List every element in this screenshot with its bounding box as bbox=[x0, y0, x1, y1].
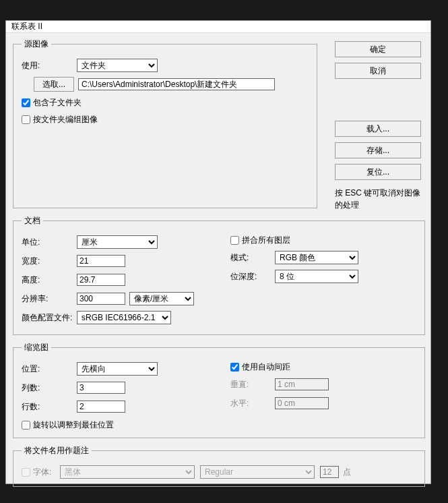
profile-label: 颜色配置文件: bbox=[22, 312, 77, 324]
rotate-input[interactable] bbox=[22, 421, 30, 430]
vertical-input bbox=[275, 378, 329, 390]
position-label: 位置: bbox=[22, 363, 77, 375]
unit-select[interactable]: 厘米 bbox=[77, 235, 158, 249]
esc-hint: 按 ESC 键可取消对图像的处理 bbox=[335, 187, 421, 211]
font-size-unit: 点 bbox=[343, 467, 351, 478]
auto-spacing-check[interactable]: 使用自动间距 bbox=[230, 361, 416, 373]
rows-input[interactable] bbox=[77, 401, 125, 413]
ok-button[interactable]: 确定 bbox=[335, 41, 421, 57]
group-by-folder-check[interactable]: 按文件夹编组图像 bbox=[22, 114, 309, 125]
cols-input[interactable] bbox=[77, 382, 125, 394]
caption-enable-input bbox=[22, 468, 30, 477]
load-button[interactable]: 载入... bbox=[335, 121, 421, 137]
resolution-input[interactable] bbox=[77, 293, 125, 305]
path-display: C:\Users\Administrator\Desktop\新建文件夹 bbox=[78, 78, 275, 90]
group-by-folder-input[interactable] bbox=[22, 115, 30, 124]
depth-select[interactable]: 8 位 bbox=[275, 270, 358, 283]
thumbnail-legend: 缩览图 bbox=[22, 342, 51, 353]
include-subfolders-input[interactable] bbox=[22, 98, 30, 107]
font-select: 黑体 bbox=[60, 465, 195, 479]
source-group: 源图像 使用: 文件夹 选取... C:\Users\Administrator… bbox=[13, 38, 317, 208]
unit-label: 单位: bbox=[22, 237, 77, 248]
resolution-unit-select[interactable]: 像素/厘米 bbox=[129, 292, 194, 305]
reset-button[interactable]: 复位... bbox=[335, 164, 421, 180]
window-title: 联系表 II bbox=[11, 21, 42, 32]
rotate-check[interactable]: 旋转以调整到最佳位置 bbox=[22, 419, 210, 431]
horizontal-input bbox=[275, 397, 329, 409]
source-legend: 源图像 bbox=[22, 38, 51, 50]
horizontal-label: 水平: bbox=[230, 398, 275, 409]
document-group: 文档 单位: 厘米 宽度: 高度: bbox=[13, 215, 425, 335]
action-column: 确定 取消 载入... 存储... 复位... 按 ESC 键可取消对图像的处理 bbox=[335, 41, 421, 211]
position-select[interactable]: 先横向 bbox=[77, 362, 158, 376]
caption-legend: 将文件名用作题注 bbox=[22, 445, 92, 456]
document-legend: 文档 bbox=[22, 215, 43, 227]
caption-group: 将文件名用作题注 字体: 黑体 Regular 点 bbox=[13, 445, 425, 487]
include-subfolders-check[interactable]: 包含子文件夹 bbox=[22, 97, 309, 109]
cancel-button[interactable]: 取消 bbox=[335, 63, 421, 79]
thumbnail-group: 缩览图 位置: 先横向 列数: 行数: bbox=[13, 342, 425, 438]
flatten-input[interactable] bbox=[230, 236, 239, 245]
height-input[interactable] bbox=[77, 274, 125, 286]
height-label: 高度: bbox=[22, 274, 77, 286]
dialog-window: 联系表 II 确定 取消 载入... 存储... 复位... 按 ESC 键可取… bbox=[5, 20, 431, 484]
font-size-input bbox=[320, 466, 339, 478]
resolution-label: 分辨率: bbox=[22, 293, 77, 305]
use-label: 使用: bbox=[22, 60, 77, 71]
mode-label: 模式: bbox=[230, 252, 275, 264]
mode-select[interactable]: RGB 颜色 bbox=[275, 251, 358, 264]
flatten-check[interactable]: 拼合所有图层 bbox=[230, 235, 416, 246]
font-label: 字体: bbox=[33, 467, 60, 478]
dialog-content: 确定 取消 载入... 存储... 复位... 按 ESC 键可取消对图像的处理… bbox=[6, 33, 430, 491]
cols-label: 列数: bbox=[22, 382, 77, 394]
rows-label: 行数: bbox=[22, 401, 77, 413]
choose-button[interactable]: 选取... bbox=[34, 77, 74, 92]
use-select[interactable]: 文件夹 bbox=[77, 59, 158, 72]
vertical-label: 垂直: bbox=[230, 379, 275, 390]
save-button[interactable]: 存储... bbox=[335, 142, 421, 158]
width-label: 宽度: bbox=[22, 256, 77, 267]
titlebar: 联系表 II bbox=[6, 21, 430, 33]
profile-select[interactable]: sRGB IEC61966-2.1 bbox=[77, 311, 171, 324]
width-input[interactable] bbox=[77, 255, 125, 267]
auto-spacing-input[interactable] bbox=[230, 363, 239, 372]
font-style-select: Regular bbox=[200, 465, 315, 479]
depth-label: 位深度: bbox=[230, 271, 275, 283]
